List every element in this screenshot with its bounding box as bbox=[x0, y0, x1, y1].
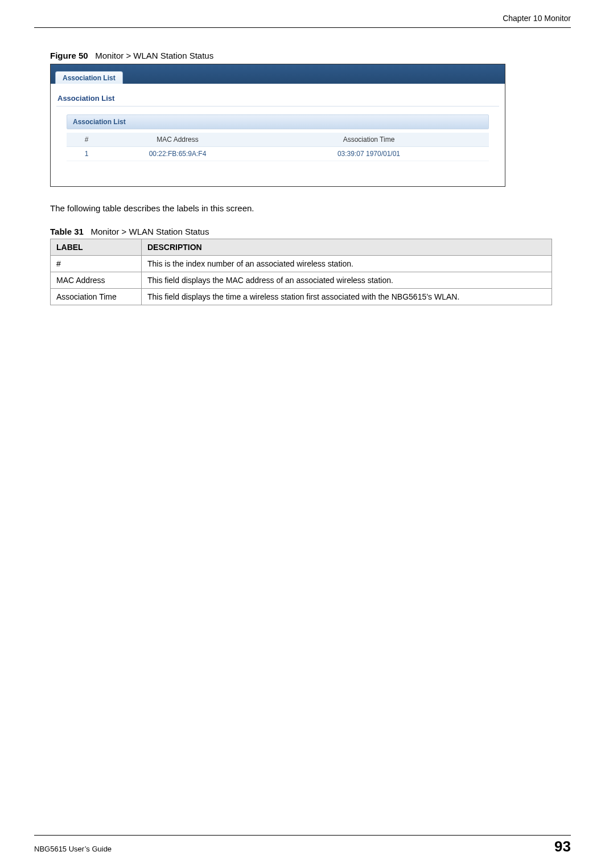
screenshot-col-mac: MAC Address bbox=[106, 133, 249, 147]
table-label: Table 31 bbox=[50, 227, 84, 236]
chapter-header: Chapter 10 Monitor bbox=[34, 14, 571, 23]
footer-row: NBG5615 User’s Guide 93 bbox=[34, 838, 571, 855]
figure-title: Monitor > WLAN Station Status bbox=[95, 51, 213, 60]
body-paragraph: The following table describes the labels… bbox=[50, 203, 555, 214]
description-header-desc: DESCRIPTION bbox=[142, 239, 552, 256]
screenshot-table: # MAC Address Association Time 1 00:22:F… bbox=[67, 133, 489, 161]
screenshot-table-header-row: # MAC Address Association Time bbox=[67, 133, 489, 147]
screenshot-col-index: # bbox=[67, 133, 106, 147]
footer: NBG5615 User’s Guide 93 bbox=[34, 835, 571, 855]
description-table: LABEL DESCRIPTION # This is the index nu… bbox=[50, 239, 552, 305]
description-table-row: MAC Address This field displays the MAC … bbox=[51, 272, 552, 289]
footer-page-number: 93 bbox=[554, 838, 571, 855]
screenshot-section-title: Association List bbox=[56, 92, 499, 106]
top-rule bbox=[34, 27, 571, 28]
figure-label: Figure 50 bbox=[50, 51, 88, 60]
description-table-header-row: LABEL DESCRIPTION bbox=[51, 239, 552, 256]
screenshot-panel-header: Association List bbox=[67, 114, 489, 129]
screenshot-tabbar: Association List bbox=[51, 64, 505, 84]
figure-caption: Figure 50 Monitor > WLAN Station Status bbox=[50, 51, 555, 60]
description-desc-cell: This field displays the MAC address of a… bbox=[142, 272, 552, 289]
screenshot-panel: Association List # MAC Address Associati… bbox=[56, 106, 499, 171]
screenshot-table-row: 1 00:22:FB:65:9A:F4 03:39:07 1970/01/01 bbox=[67, 147, 489, 161]
description-table-row: Association Time This field displays the… bbox=[51, 289, 552, 305]
screenshot-frame: Association List Association List Associ… bbox=[50, 64, 505, 187]
description-desc-cell: This is the index number of an associate… bbox=[142, 256, 552, 272]
screenshot-tab-association-list[interactable]: Association List bbox=[55, 71, 123, 84]
description-label-cell: # bbox=[51, 256, 142, 272]
footer-rule bbox=[34, 835, 571, 836]
description-table-row: # This is the index number of an associa… bbox=[51, 256, 552, 272]
table-title: Monitor > WLAN Station Status bbox=[90, 227, 209, 236]
description-header-label: LABEL bbox=[51, 239, 142, 256]
screenshot-cell-mac: 00:22:FB:65:9A:F4 bbox=[106, 147, 249, 161]
description-label-cell: Association Time bbox=[51, 289, 142, 305]
screenshot-col-time: Association Time bbox=[249, 133, 489, 147]
page: Chapter 10 Monitor Figure 50 Monitor > W… bbox=[0, 0, 605, 868]
screenshot-body: Association List Association List # MAC … bbox=[51, 84, 505, 186]
description-label-cell: MAC Address bbox=[51, 272, 142, 289]
screenshot-cell-index: 1 bbox=[67, 147, 106, 161]
table-caption: Table 31 Monitor > WLAN Station Status bbox=[50, 227, 555, 236]
footer-guide-name: NBG5615 User’s Guide bbox=[34, 845, 112, 853]
screenshot-cell-time: 03:39:07 1970/01/01 bbox=[249, 147, 489, 161]
description-desc-cell: This field displays the time a wireless … bbox=[142, 289, 552, 305]
